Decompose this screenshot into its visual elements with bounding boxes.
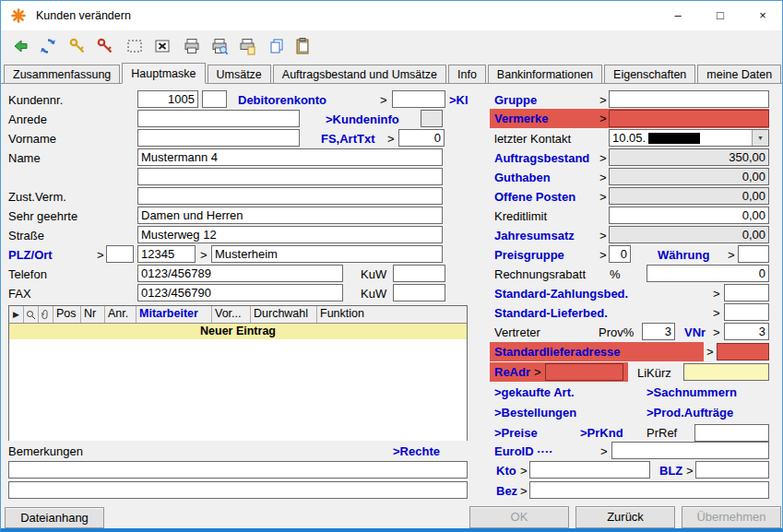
bemerkungen-field-2[interactable]	[8, 481, 468, 499]
prov-field[interactable]	[642, 323, 675, 340]
prref-field[interactable]	[694, 424, 769, 442]
preisgruppe-field[interactable]	[609, 245, 631, 263]
sachnummern-link[interactable]: >Sachnummern	[647, 385, 737, 399]
blz-field[interactable]	[695, 461, 769, 479]
jahresumsatz-arrow[interactable]: >	[599, 229, 607, 242]
col-funktion[interactable]: Funktion	[317, 306, 467, 323]
sehr-geehrte-field[interactable]	[137, 207, 443, 224]
telefon-field[interactable]	[137, 265, 343, 282]
dateianhang-button[interactable]: Dateianhang	[5, 507, 104, 528]
guthaben-arrow[interactable]: >	[599, 171, 607, 184]
fax-field[interactable]	[137, 284, 343, 301]
col-durchwahl[interactable]: Durchwahl	[251, 306, 317, 323]
key-red-button[interactable]	[93, 34, 117, 58]
name2-field[interactable]	[137, 168, 443, 185]
key-button[interactable]	[65, 34, 89, 58]
tab-umsaetze[interactable]: Umsätze	[208, 65, 271, 84]
contacts-table-body[interactable]	[9, 339, 467, 441]
euroid-arrow[interactable]: >	[600, 444, 608, 458]
col-pos[interactable]: Pos	[53, 306, 81, 323]
zurueck-button[interactable]: Zurück	[575, 506, 675, 528]
kundennr-suffix-field[interactable]	[202, 90, 227, 108]
offene-posten-link[interactable]: Offene Posten	[494, 190, 575, 204]
tab-eigenschaften[interactable]: Eigenschaften	[604, 65, 695, 84]
prod-auftraege-link[interactable]: >Prod.Aufträge	[647, 406, 733, 420]
vorname-field[interactable]	[137, 129, 300, 147]
vnr-field[interactable]	[724, 323, 769, 340]
auftragsbestand-field[interactable]	[609, 148, 769, 166]
waehrung-link[interactable]: Währung	[658, 248, 709, 262]
attachment-column-header[interactable]	[39, 306, 53, 323]
bestellungen-link[interactable]: >Bestellungen	[494, 406, 576, 420]
fsarttxt-link[interactable]: FS,ArtTxt	[321, 132, 375, 146]
col-anr[interactable]: Anr.	[105, 306, 136, 323]
tab-hauptmaske[interactable]: Hauptmaske	[122, 63, 205, 84]
vnr-link[interactable]: VNr	[684, 325, 706, 339]
guthaben-field[interactable]	[609, 168, 769, 185]
gruppe-arrow[interactable]: >	[599, 93, 607, 107]
kundennr-field[interactable]	[137, 90, 198, 108]
zustverm-field[interactable]	[137, 187, 443, 205]
blz-arrow[interactable]: >	[686, 464, 694, 478]
delete-button[interactable]	[150, 34, 174, 58]
preisgruppe-arrow[interactable]: >	[599, 248, 607, 262]
fsarttxt-arrow[interactable]: >	[387, 132, 395, 146]
copy-button[interactable]	[265, 34, 289, 58]
standardlieferadresse-link[interactable]: Standardlieferadresse	[494, 345, 621, 359]
gekaufte-art-link[interactable]: >gekaufte Art.	[494, 385, 575, 399]
auftragsbestand-link[interactable]: Auftragsbestand	[494, 151, 589, 165]
print-preview-button[interactable]	[208, 34, 231, 58]
letzter-kontakt-combobox[interactable]: 10.05. ▼	[609, 129, 769, 147]
tab-auftragsbestand-und-umsaetze[interactable]: Auftragsbestand und Umsätze	[273, 65, 446, 84]
plzort-link[interactable]: PLZ/Ort	[8, 248, 53, 262]
waehrung-field[interactable]	[738, 245, 769, 263]
tab-info[interactable]: Info	[448, 65, 486, 84]
col-nr[interactable]: Nr	[81, 306, 105, 323]
bez-arrow[interactable]: >	[520, 484, 528, 498]
debitorenkonto-arrow[interactable]: >	[380, 93, 387, 107]
bez-link[interactable]: Bez	[496, 484, 517, 498]
kto-field[interactable]	[529, 461, 650, 479]
plz-field[interactable]	[137, 245, 196, 263]
vnr-arrow[interactable]: >	[713, 325, 720, 339]
waehrung-arrow[interactable]: >	[728, 248, 735, 262]
strasse-field[interactable]	[137, 226, 443, 243]
paste-button[interactable]	[291, 34, 314, 58]
ort-field[interactable]	[211, 245, 443, 263]
plz-prefix-field[interactable]	[106, 245, 134, 263]
std-zahlungsbed-link[interactable]: Standard-Zahlungsbed.	[494, 287, 628, 301]
bemerkungen-field-1[interactable]	[8, 461, 468, 479]
ort-arrow[interactable]: >	[200, 248, 208, 262]
vermerke-field[interactable]	[609, 110, 769, 127]
tab-zusammenfassung[interactable]: Zusammenfassung	[4, 65, 120, 84]
auftragsbestand-arrow[interactable]: >	[599, 151, 607, 165]
bez-field[interactable]	[529, 481, 769, 499]
maximize-button[interactable]: □	[699, 1, 741, 30]
vermerke-arrow[interactable]: >	[599, 112, 607, 125]
readr-field[interactable]	[545, 363, 623, 381]
std-zahlungsbed-field[interactable]	[724, 284, 769, 301]
standardlieferadresse-arrow[interactable]: >	[706, 345, 714, 359]
euroid-link[interactable]: EuroID ····	[494, 444, 553, 458]
uebernehmen-button[interactable]: Übernehmen	[682, 506, 781, 528]
gruppe-link[interactable]: Gruppe	[494, 93, 537, 107]
kto-arrow[interactable]: >	[520, 464, 528, 478]
tab-meine-daten[interactable]: meine Daten	[697, 65, 781, 84]
prknd-link[interactable]: >PrKnd	[580, 426, 623, 440]
search-column-header[interactable]	[24, 306, 39, 323]
vermerke-link[interactable]: Vermerke	[494, 112, 549, 125]
kundeninfo-field[interactable]	[421, 110, 443, 127]
rechnungsrabatt-field[interactable]	[647, 265, 769, 282]
kto-link[interactable]: Kto	[496, 464, 516, 478]
plzort-arrow[interactable]: >	[97, 248, 104, 262]
jahresumsatz-field[interactable]	[609, 226, 769, 243]
euroid-field[interactable]	[611, 442, 769, 459]
std-lieferbed-field[interactable]	[724, 303, 769, 321]
preise-link[interactable]: >Preise	[494, 426, 538, 440]
kundeninfo-link[interactable]: >Kundeninfo	[326, 112, 399, 126]
jahresumsatz-link[interactable]: Jahresumsatz	[494, 229, 575, 242]
name-field[interactable]	[137, 148, 443, 166]
new-entry-row[interactable]: Neuer Eintrag	[9, 324, 467, 339]
minimize-button[interactable]: –	[657, 1, 699, 30]
close-button[interactable]: ×	[741, 1, 783, 30]
